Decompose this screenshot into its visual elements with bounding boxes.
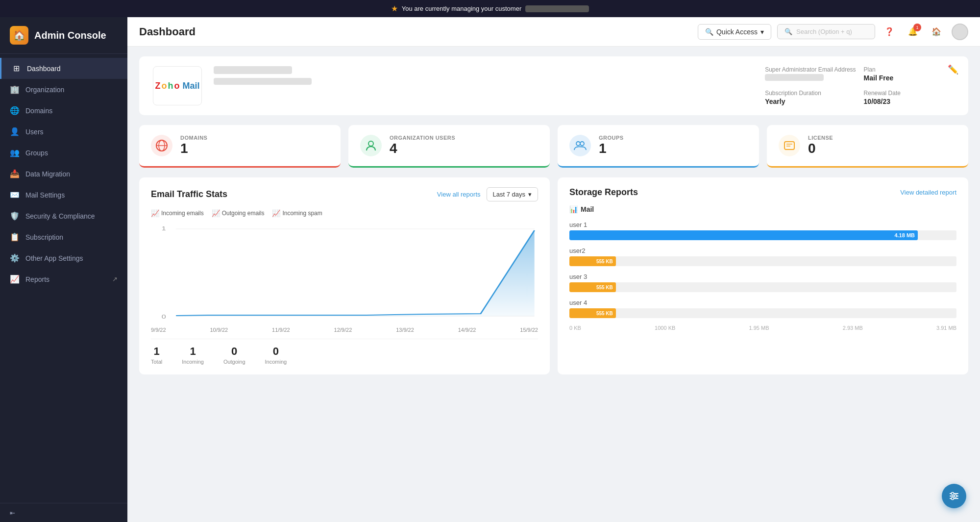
svg-text:0: 0 — [162, 314, 166, 320]
quick-access-button[interactable]: 🔍 Quick Access ▾ — [698, 24, 771, 40]
main-header: Dashboard 🔍 Quick Access ▾ 🔍 Search (Opt… — [127, 17, 980, 47]
storage-row-user3: user 3 555 KB — [569, 273, 956, 292]
sidebar-item-label: Users — [25, 128, 44, 136]
search-input[interactable]: 🔍 Search (Option + q) — [777, 24, 875, 39]
sidebar-item-reports[interactable]: 📈 Reports ↗ — [0, 269, 127, 290]
stat-card-domains[interactable]: DOMAINS 1 — [139, 125, 341, 168]
sum-outgoing: 0 Outgoing — [223, 345, 245, 365]
chart-label-3: 12/9/22 — [334, 327, 352, 333]
stat-card-groups[interactable]: GROUPS 1 — [558, 125, 759, 168]
sidebar-item-label: Reports — [25, 275, 49, 283]
user3-bar-fill: 555 KB — [569, 282, 616, 292]
search-placeholder: Search (Option + q) — [796, 28, 852, 35]
user3-label: user 3 — [569, 273, 956, 280]
user2-label: user2 — [569, 247, 956, 254]
banner-text: You are currently managing your customer — [402, 5, 521, 12]
legend-incoming-label: Incoming emails — [161, 210, 204, 217]
plan-label: Plan — [864, 66, 955, 73]
top-banner: ★ You are currently managing your custom… — [0, 0, 980, 17]
stat-card-org-users[interactable]: ORGANIZATION USERS 4 — [348, 125, 550, 168]
sidebar-item-label: Domains — [25, 107, 52, 115]
user3-bar-label: 555 KB — [596, 285, 613, 290]
sum-spam-value: 0 — [265, 345, 287, 358]
sidebar-item-label: Mail Settings — [25, 191, 65, 199]
sidebar-item-label: Other App Settings — [25, 254, 83, 262]
storage-row-user4: user 4 555 KB — [569, 299, 956, 318]
sum-total: 1 Total — [151, 345, 162, 365]
sidebar-item-subscription[interactable]: 📋 Subscription — [0, 226, 127, 248]
sum-total-value: 1 — [151, 345, 162, 358]
stats-summary: 1 Total 1 Incoming 0 Outgoing 0 — [151, 339, 538, 365]
chart-labels: 9/9/22 10/9/22 11/9/22 12/9/22 13/9/22 1… — [151, 327, 538, 333]
chart-label-2: 11/9/22 — [272, 327, 290, 333]
data-migration-icon: 📥 — [10, 169, 20, 178]
sidebar-nav: ⊞ Dashboard 🏢 Organization 🌐 Domains 👤 U… — [0, 54, 127, 503]
org-users-stat-value: 4 — [390, 141, 455, 156]
view-detailed-report-link[interactable]: View detailed report — [900, 189, 956, 196]
groups-stat-icon — [569, 135, 591, 156]
security-icon: 🛡️ — [10, 211, 20, 221]
avatar[interactable] — [952, 24, 968, 40]
sidebar-item-dashboard[interactable]: ⊞ Dashboard — [0, 58, 127, 79]
subscription-icon: 📋 — [10, 232, 20, 242]
svg-point-5 — [580, 142, 584, 146]
sidebar: 🏠 Admin Console ⊞ Dashboard 🏢 Organizati… — [0, 17, 127, 522]
chart-label-4: 13/9/22 — [396, 327, 414, 333]
storage-tab-mail[interactable]: 📊 Mail — [569, 205, 956, 213]
legend-spam: 📈 Incoming spam — [272, 209, 322, 217]
email-traffic-title: Email Traffic Stats — [151, 189, 227, 199]
renewal-date-label: Renewal Date — [864, 90, 955, 97]
bottom-row: Email Traffic Stats View all reports Las… — [139, 177, 968, 374]
sidebar-item-groups[interactable]: 👥 Groups — [0, 142, 127, 163]
view-all-reports-link[interactable]: View all reports — [437, 191, 481, 198]
chart-label-1: 10/9/22 — [210, 327, 228, 333]
user1-bar-fill: 4.18 MB — [569, 230, 918, 240]
sidebar-item-domains[interactable]: 🌐 Domains — [0, 100, 127, 121]
sum-incoming-label: Incoming — [182, 359, 204, 365]
date-range-dropdown[interactable]: Last 7 days ▾ — [487, 187, 539, 201]
sidebar-item-organization[interactable]: 🏢 Organization — [0, 79, 127, 100]
plan-group: Plan Mail Free — [864, 66, 955, 82]
sum-spam: 0 Incoming — [265, 345, 287, 365]
incoming-emails-icon: 📈 — [151, 209, 159, 217]
email-traffic-panel: Email Traffic Stats View all reports Las… — [139, 177, 550, 374]
license-stat-icon — [779, 135, 800, 156]
banner-star-icon: ★ — [391, 4, 398, 13]
sidebar-item-label: Dashboard — [27, 65, 61, 73]
domains-stat-info: DOMAINS 1 — [180, 135, 207, 156]
user1-bar-bg: 4.18 MB — [569, 230, 956, 240]
sidebar-item-mail-settings[interactable]: ✉️ Mail Settings — [0, 184, 127, 205]
sidebar-item-users[interactable]: 👤 Users — [0, 121, 127, 142]
sidebar-item-other-app[interactable]: ⚙️ Other App Settings — [0, 248, 127, 269]
storage-x-labels: 0 KB 1000 KB 1.95 MB 2.93 MB 3.91 MB — [569, 325, 956, 331]
sidebar-collapse-btn[interactable]: ⇤ — [0, 503, 127, 522]
help-icon-button[interactable]: ❓ — [881, 24, 898, 40]
domains-icon: 🌐 — [10, 106, 20, 115]
banner-customer-masked — [525, 5, 589, 12]
other-app-icon: ⚙️ — [10, 253, 20, 263]
sidebar-item-data-migration[interactable]: 📥 Data Migration — [0, 163, 127, 184]
stat-card-license[interactable]: LICENSE 0 — [767, 125, 968, 168]
header-icons: ❓ 🔔 🏠 — [881, 24, 968, 40]
notification-button[interactable]: 🔔 — [905, 24, 921, 40]
settings-float-button[interactable] — [942, 484, 966, 508]
svg-point-16 — [952, 493, 954, 495]
edit-org-button[interactable]: ✏️ — [948, 64, 958, 75]
svg-text:1: 1 — [162, 225, 166, 231]
storage-reports-title: Storage Reports — [569, 187, 638, 198]
search-icon: 🔍 — [784, 28, 792, 35]
chart-label-0: 9/9/22 — [151, 327, 166, 333]
domains-stat-value: 1 — [180, 141, 207, 156]
org-card: ZohoMail Super Administrator Email Addre… — [139, 56, 968, 115]
storage-reports-header: Storage Reports View detailed report — [569, 187, 956, 198]
sidebar-item-security[interactable]: 🛡️ Security & Compliance — [0, 205, 127, 226]
svg-point-4 — [576, 142, 580, 146]
domains-stat-icon — [151, 135, 172, 156]
home-icon-button[interactable]: 🏠 — [928, 24, 945, 40]
org-details: Super Administrator Email Address Plan M… — [765, 66, 955, 105]
sum-outgoing-value: 0 — [223, 345, 245, 358]
users-icon: 👤 — [10, 127, 20, 136]
sidebar-logo[interactable]: 🏠 Admin Console — [0, 17, 127, 54]
user1-label: user 1 — [569, 221, 956, 228]
collapse-icon: ⇤ — [10, 509, 15, 517]
